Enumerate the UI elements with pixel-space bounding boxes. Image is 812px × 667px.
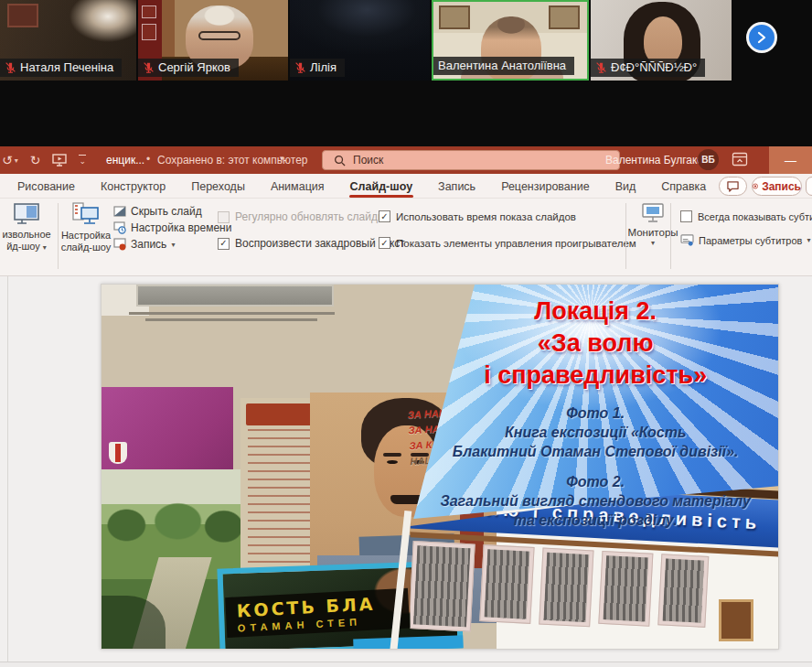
search-input[interactable] <box>353 154 582 167</box>
checkbox-box: ✓ <box>218 238 230 250</box>
thumbnail-pane-divider[interactable] <box>7 276 8 662</box>
ribbon-tab-bar: Рисование Конструктор Переходы Анимация … <box>0 174 812 199</box>
video-tile-tatyana[interactable]: Đ¢Đ°ÑÑÑĐ½Đ° <box>591 0 732 81</box>
chevron-down-icon: ▾ <box>280 154 284 163</box>
record-slideshow-button[interactable]: Запись ▾ <box>113 238 175 251</box>
tab-help[interactable]: Справка <box>660 175 707 199</box>
checkbox-use-timings[interactable]: ✓ Использовать время показа слайдов <box>379 210 576 222</box>
slide-title-line: Локація 2. <box>412 296 778 328</box>
quick-access-toolbar: ↺▾ ↻ ⌄ <box>0 146 86 174</box>
avatar[interactable]: ВБ <box>698 149 719 170</box>
video-tile-valentyna-active-speaker[interactable]: Валентина Анатоліївна <box>432 0 589 81</box>
participant-name: Đ¢Đ°ÑÑÑĐ½Đ° <box>611 60 697 74</box>
chevron-right-icon <box>755 31 768 44</box>
slide-caption-line: Книга експозиції «Кость <box>412 423 778 442</box>
document-title: енцик... <box>106 154 144 167</box>
rehearse-timings-button[interactable]: Настройка времени <box>113 221 231 234</box>
editor-workspace: ЗА НАШУ КРОВ ЗА НАШУ ЧЕСТ ЗА КРИВДИ НАШО… <box>0 276 812 662</box>
checkbox-show-media-controls[interactable]: ✓ Показать элементы управления проигрыва… <box>379 237 636 249</box>
tab-animations[interactable]: Анимация <box>270 175 326 199</box>
search-bar[interactable] <box>322 150 620 170</box>
emblem-shape <box>109 442 127 464</box>
tab-slideshow-active[interactable]: Слайд-шоу <box>349 175 414 199</box>
comments-button[interactable] <box>719 177 747 196</box>
record-button[interactable]: Запись <box>752 177 802 196</box>
slide-title-line: «За волю <box>412 328 778 360</box>
checkbox-label: Показать элементы управления проигрывате… <box>396 238 636 249</box>
decor-shape <box>142 5 156 18</box>
undo-button[interactable]: ↺▾ <box>2 153 18 167</box>
minimize-window-button[interactable]: — <box>769 146 812 174</box>
video-tile-natalia[interactable]: Наталя Печеніна <box>0 0 136 81</box>
tab-transitions[interactable]: Переходы <box>190 175 246 199</box>
group-divider <box>58 203 59 269</box>
video-tile-sergiy[interactable]: Сергій Ярков <box>138 0 288 81</box>
gallery-next-page-button[interactable] <box>746 22 777 53</box>
status-bar <box>0 662 812 667</box>
slideshow-icon <box>52 154 67 167</box>
custom-slideshow-button[interactable]: извольное йд-шоу ▾ <box>0 202 53 253</box>
custom-show-label-2: йд-шоу <box>6 241 40 252</box>
subtitle-settings-label: Параметры субтитров <box>699 235 802 246</box>
group-divider <box>625 203 626 269</box>
participant-name: Лілія <box>310 60 337 74</box>
tab-drawing[interactable]: Рисование <box>16 175 76 199</box>
checkbox-box <box>680 210 692 222</box>
title-separator: • <box>146 153 150 166</box>
subtitle-settings-button[interactable]: Параметры субтитров ▾ <box>680 234 810 246</box>
slide-caption-line: та експозиції розділу. <box>412 511 778 530</box>
redo-button[interactable]: ↻ <box>30 153 41 167</box>
slide-caption-block: Фото 1. Книга експозиції «Кость Блакитни… <box>412 403 778 530</box>
ribbon-display-options-button[interactable] <box>732 152 748 167</box>
decor-shape <box>387 460 398 464</box>
monitors-icon <box>641 202 665 224</box>
mic-muted-icon <box>595 61 607 73</box>
start-slideshow-button[interactable] <box>52 154 67 167</box>
slide-title-line: і справедливість» <box>412 360 778 392</box>
decor-shape <box>383 453 401 457</box>
video-tile-lilia[interactable]: Лілія <box>290 0 430 81</box>
decor-shape <box>246 403 314 425</box>
decor-shape <box>142 24 156 40</box>
checkbox-label: Всегда показывать субтитры <box>698 211 812 222</box>
tab-view[interactable]: Вид <box>614 175 637 199</box>
slide-canvas[interactable]: ЗА НАШУ КРОВ ЗА НАШУ ЧЕСТ ЗА КРИВДИ НАШО… <box>101 284 779 650</box>
ribbon-slideshow: извольное йд-шоу ▾ Настройка слайд-шоу С… <box>0 199 812 276</box>
custom-show-icon <box>13 202 40 226</box>
hide-slide-button[interactable]: Скрыть слайд <box>113 205 202 218</box>
hide-slide-label: Скрыть слайд <box>131 205 202 218</box>
tab-design[interactable]: Конструктор <box>100 175 166 199</box>
slide-caption-line: Блакитний Отаман Степової дивізії». <box>412 442 778 461</box>
monitors-button[interactable]: Мониторы ▾ <box>631 202 675 247</box>
slide-photo-magenta-panel <box>102 387 233 469</box>
tab-review[interactable]: Рецензирование <box>500 175 591 199</box>
photo-frame <box>408 541 475 631</box>
record-dot-icon <box>753 181 758 191</box>
checkbox-keep-slides-updated[interactable]: Регулярно обновлять слайды <box>218 210 386 223</box>
setup-label-2: слайд-шоу <box>61 242 112 253</box>
checkbox-always-show-subtitles[interactable]: Всегда показывать субтитры <box>680 210 812 222</box>
video-conference-strip: Наталя Печеніна Сергій Ярков Лілія Вален… <box>0 0 812 146</box>
autosave-status[interactable]: Сохранено в: этот компьютер <box>157 154 308 167</box>
customize-qat-button[interactable]: ⌄ <box>79 155 86 166</box>
powerpoint-titlebar: ↺▾ ↻ ⌄ енцик... • Сохранено в: этот комп… <box>0 146 812 174</box>
checkbox-label: Использовать время показа слайдов <box>396 211 576 222</box>
slide-text-block: Локація 2. «За волю і справедливість» Фо… <box>412 296 778 530</box>
mic-muted-icon <box>5 61 16 73</box>
mic-muted-icon <box>143 61 155 73</box>
hide-slide-icon <box>113 205 126 218</box>
checkbox-box: ✓ <box>379 210 390 222</box>
photo-frame <box>598 551 653 627</box>
share-button-partial[interactable] <box>806 177 812 196</box>
slide-caption-line: Загальний вигляд стендового матеріалу <box>412 491 778 511</box>
participant-nameplate: Đ¢Đ°ÑÑÑĐ½Đ° <box>591 59 705 77</box>
mic-muted-icon <box>294 61 306 73</box>
ribbon-options-icon <box>732 152 748 167</box>
decor-shape <box>439 5 470 29</box>
setup-slideshow-button[interactable]: Настройка слайд-шоу <box>62 202 110 253</box>
photo-frame <box>539 548 593 628</box>
subtitle-settings-icon <box>680 234 694 246</box>
checkbox-play-narrations[interactable]: ✓ Воспроизвести закадровый текст <box>218 237 405 250</box>
custom-show-label-1: извольное <box>2 229 50 240</box>
tab-recording[interactable]: Запись <box>437 175 476 199</box>
